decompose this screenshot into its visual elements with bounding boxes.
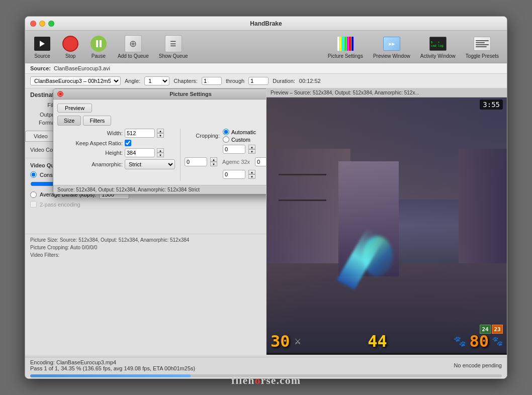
crop-top-down[interactable]: ▼: [248, 149, 255, 154]
close-button[interactable]: [30, 21, 36, 27]
add-queue-label: Add to Queue: [118, 53, 149, 59]
dialog-width-row: Width: ▲ ▼: [57, 129, 175, 138]
height-stepper: ▲ ▼: [157, 148, 164, 157]
crop-custom-label: Custom: [231, 137, 250, 143]
toggle-presets-label: Toggle Presets: [466, 53, 499, 59]
stop-icon: [61, 35, 79, 53]
watermark-accent: o: [254, 374, 260, 386]
crop-left-up[interactable]: ▲: [210, 157, 217, 162]
show-queue-button[interactable]: ☰ Show Queue: [155, 33, 192, 61]
minimize-button[interactable]: [39, 21, 45, 27]
dialog-anamorphic-select[interactable]: Strict: [125, 159, 175, 169]
encoding-info: Encoding: ClanBaseEurocup3.mp4 Pass 1 of…: [30, 359, 195, 371]
dialog-titlebar: ✕ Picture Settings: [53, 89, 267, 100]
hud-score-mid: 44: [368, 332, 387, 351]
dialog-content: Width: ▲ ▼ Keep Aspect Ratio:: [57, 129, 267, 181]
show-queue-label: Show Queue: [159, 53, 188, 59]
toggle-presets-button[interactable]: Toggle Presets: [462, 33, 503, 61]
chapter-from-input[interactable]: [202, 77, 222, 85]
dialog-height-row: Height: ▲ ▼: [57, 148, 175, 157]
through-label: through: [226, 78, 244, 84]
dialog-anamorphic-row: Anamorphic: Strict: [57, 159, 175, 169]
crop-left-down[interactable]: ▼: [210, 162, 217, 166]
dialog-crop-col: Cropping: Automatic Custom: [180, 129, 267, 181]
stop-button[interactable]: Stop: [57, 33, 83, 61]
picture-settings-label: Picture Settings: [328, 53, 363, 59]
dialog-anamorphic-label: Anamorphic:: [57, 161, 123, 167]
traffic-lights: [30, 21, 54, 27]
duration-value: 00:12:52: [299, 78, 321, 84]
crop-mid-label: Agemc 32x: [222, 159, 250, 165]
height-up-button[interactable]: ▲: [157, 148, 164, 153]
crop-bottom-row: ▲ ▼: [185, 170, 267, 179]
crop-auto-radio[interactable]: [223, 129, 229, 135]
preview-window-button[interactable]: ▶▶ Preview Window: [369, 33, 414, 61]
picture-settings-icon: [336, 35, 354, 53]
crop-top-input[interactable]: [223, 145, 245, 154]
crop-bottom-up[interactable]: ▲: [248, 170, 255, 174]
dialog-close-button[interactable]: ✕: [57, 91, 63, 97]
source-icon: [33, 35, 51, 53]
crop-top-row: ▲ ▼: [185, 145, 267, 154]
video-frame: 3:55 24 23 30 ⚔ 44 🐾 8: [267, 97, 507, 353]
dialog-keep-aspect-row: Keep Aspect Ratio:: [57, 140, 175, 146]
preview-window-icon: ▶▶: [383, 35, 401, 53]
activity-window-button[interactable]: $ cmd > log Activity Window: [416, 33, 460, 61]
dialog-width-label: Width:: [57, 130, 123, 136]
left-panel: Destination File: Browse Output: (defaul…: [25, 88, 267, 355]
pause-icon: [90, 35, 108, 53]
dialog-preview-button[interactable]: Preview: [57, 104, 92, 113]
width-down-button[interactable]: ▼: [157, 133, 164, 138]
width-up-button[interactable]: ▲: [157, 129, 164, 133]
dialog-tab-filters[interactable]: Filters: [83, 116, 111, 126]
dialog-keep-aspect-label: Keep Aspect Ratio:: [57, 140, 123, 146]
angle-select[interactable]: 1: [144, 76, 169, 85]
picture-settings-button[interactable]: Picture Settings: [324, 33, 367, 61]
dialog-info-bar: Source: 512x384, Output: 512x384, Anamor…: [53, 185, 267, 194]
source-select[interactable]: ClanBaseEurocup3 – 00h12m52s: [30, 76, 121, 85]
source-file-value: ClanBaseEurocup3.avi: [54, 65, 110, 71]
dialog-tab-size[interactable]: Size: [57, 116, 81, 126]
maximize-button[interactable]: [48, 21, 54, 27]
hud-right: 🐾 80 🐾: [454, 332, 503, 351]
crop-bottom-input[interactable]: [223, 170, 245, 179]
crop-auto-label: Automatic: [231, 129, 256, 135]
crop-mid-row: ▲ ▼ Agemc 32x ▲ ▼: [185, 157, 267, 166]
source-bar: Source: ClanBaseEurocup3.avi: [25, 63, 507, 74]
source-button[interactable]: Source: [29, 33, 55, 61]
dialog-body: Preview Size Filters Width:: [53, 100, 267, 185]
hud-timer: 3:55: [480, 100, 503, 110]
dialog-height-input[interactable]: [125, 148, 155, 157]
crop-top-up[interactable]: ▲: [248, 145, 255, 149]
hud-bottom: 30 ⚔ 44 🐾 80 🐾: [267, 330, 507, 353]
chapter-row: ClanBaseEurocup3 – 00h12m52s Angle: 1 Ch…: [25, 74, 507, 88]
crop-right-input[interactable]: [255, 157, 267, 166]
watermark-text: filehorse.com: [231, 374, 301, 387]
status-bar: Encoding: ClanBaseEurocup3.mp4 Pass 1 of…: [25, 357, 507, 373]
add-to-queue-button[interactable]: ⊕ Add to Queue: [114, 33, 153, 61]
crop-main-label: Cropping:: [185, 133, 220, 139]
hud-top-right: 3:55: [480, 100, 503, 110]
crop-bottom-down[interactable]: ▼: [248, 174, 255, 179]
crop-label-row: Cropping: Automatic Custom: [185, 129, 267, 143]
chapter-to-input[interactable]: [248, 77, 269, 85]
toggle-presets-icon: [473, 35, 491, 53]
crop-custom-radio[interactable]: [223, 136, 229, 143]
activity-window-label: Activity Window: [420, 53, 456, 59]
show-queue-icon: ☰: [164, 35, 183, 53]
dialog-width-input[interactable]: [125, 129, 155, 138]
pause-button[interactable]: Pause: [85, 33, 112, 61]
dialog-height-label: Height:: [57, 150, 123, 156]
crop-auto-row: Automatic: [223, 129, 256, 135]
hud-score-right: 80: [469, 332, 489, 351]
pass-info: Pass 1 of 1, 34.35 % (136.65 fps, avg 14…: [30, 365, 195, 371]
dialog-size-col: Width: ▲ ▼ Keep Aspect Ratio:: [57, 129, 175, 181]
dialog-title: Picture Settings: [66, 91, 267, 97]
width-stepper: ▲ ▼: [157, 129, 164, 138]
crop-left-input[interactable]: [185, 157, 207, 166]
source-field-label: Source:: [30, 65, 51, 71]
angle-label: Angle:: [125, 78, 140, 84]
keep-aspect-checkbox[interactable]: [125, 140, 131, 146]
height-down-button[interactable]: ▼: [157, 153, 164, 157]
dialog-tabs: Size Filters: [57, 116, 267, 126]
